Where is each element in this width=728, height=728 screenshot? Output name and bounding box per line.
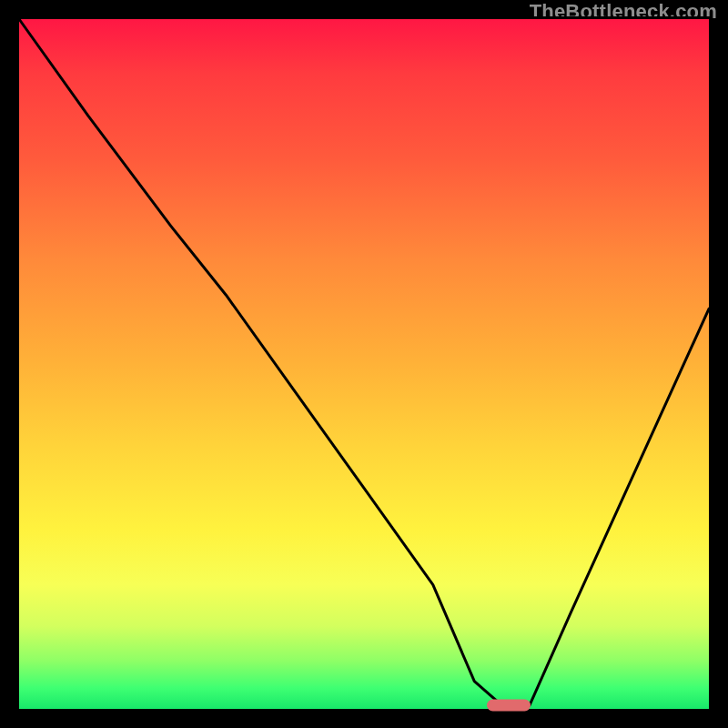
chart-frame <box>16 16 712 712</box>
bottleneck-curve <box>19 19 709 709</box>
optimal-marker <box>487 700 531 712</box>
